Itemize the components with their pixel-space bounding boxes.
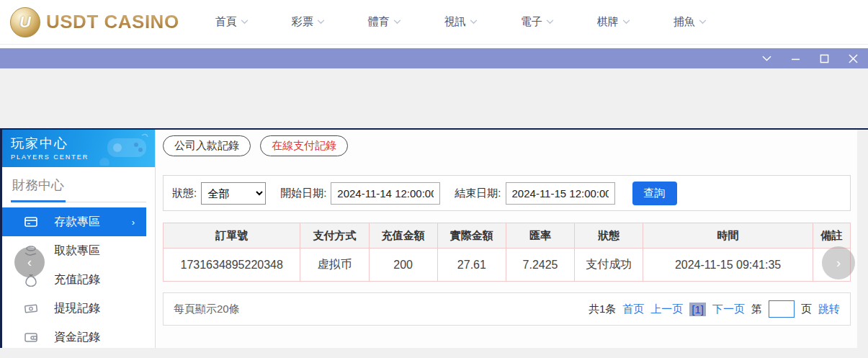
status-select[interactable]: 全部 bbox=[201, 182, 266, 205]
sidebar-section: 財務中心 bbox=[11, 176, 146, 202]
nav-item-chess[interactable]: 棋牌 bbox=[597, 15, 630, 29]
sidebar-item-withdraw-record[interactable]: 提現記錄 bbox=[2, 294, 155, 323]
col-actual-amount: 實際金額 bbox=[437, 223, 506, 249]
nav-label: 首頁 bbox=[215, 15, 237, 29]
nav-item-video[interactable]: 視訊 bbox=[444, 15, 478, 29]
tab-company-deposit-record[interactable]: 公司入款記錄 bbox=[163, 135, 251, 156]
main-nav: 首頁 彩票 體育 視訊 電子 棋牌 捕魚 bbox=[215, 15, 707, 29]
nav-label: 彩票 bbox=[292, 15, 313, 29]
chevron-down-icon bbox=[622, 19, 630, 24]
current-page-indicator: [1] bbox=[689, 303, 706, 316]
nav-item-electronic[interactable]: 電子 bbox=[521, 15, 554, 29]
pagination-bar: 每頁顯示20條 共1条 首页 上一页 [1] 下一页 第 页 跳转 bbox=[163, 292, 851, 326]
col-status: 狀態 bbox=[575, 223, 643, 249]
site-header: U USDT CASINO 首頁 彩票 體育 視訊 電子 棋牌 捕魚 bbox=[0, 0, 868, 45]
cell-recharge-amount: 200 bbox=[369, 249, 437, 282]
first-page-link[interactable]: 首页 bbox=[622, 303, 644, 316]
status-label: 狀態: bbox=[172, 187, 197, 200]
window-maximize-icon[interactable] bbox=[820, 54, 829, 63]
nav-item-fishing[interactable]: 捕魚 bbox=[674, 15, 707, 29]
start-date-input[interactable] bbox=[331, 182, 440, 205]
chevron-right-icon: › bbox=[132, 217, 135, 228]
cell-payment-method: 虚拟币 bbox=[300, 249, 369, 282]
cell-actual-amount: 27.61 bbox=[437, 249, 506, 282]
tab-online-payment-record[interactable]: 在線支付記錄 bbox=[260, 135, 348, 156]
nav-label: 電子 bbox=[521, 15, 542, 29]
col-recharge-amount: 充值金額 bbox=[369, 223, 437, 249]
sidebar-section-title: 財務中心 bbox=[11, 176, 66, 202]
record-tabs: 公司入款記錄 在線支付記錄 bbox=[163, 135, 851, 156]
sidebar: 玩家中心 PLAYERS CENTER 財務中心 存款專區 › bbox=[0, 130, 156, 348]
sidebar-item-label: 資金記錄 bbox=[54, 330, 100, 345]
cell-order-number: 1731634895220348 bbox=[164, 249, 300, 282]
logo-text: USDT CASINO bbox=[46, 11, 179, 33]
chevron-down-icon bbox=[317, 19, 325, 24]
cell-exchange-rate: 7.2425 bbox=[506, 249, 574, 282]
window-close-icon[interactable] bbox=[849, 54, 858, 63]
logo-ball-icon: U bbox=[10, 7, 40, 37]
jump-prefix-text: 第 bbox=[751, 303, 762, 316]
jump-link[interactable]: 跳转 bbox=[818, 303, 840, 316]
col-time: 時間 bbox=[643, 223, 813, 249]
chevron-left-icon: ‹ bbox=[27, 255, 32, 270]
cell-time: 2024-11-15 09:41:35 bbox=[643, 249, 813, 282]
col-payment-method: 支付方式 bbox=[300, 223, 369, 249]
table-row: 1731634895220348 虚拟币 200 27.61 7.2425 支付… bbox=[164, 249, 851, 282]
jump-page-input[interactable] bbox=[769, 300, 795, 318]
nav-item-lottery[interactable]: 彩票 bbox=[292, 15, 325, 29]
deposit-card-icon bbox=[24, 215, 38, 229]
records-table: 訂單號 支付方式 充值金額 實際金額 匯率 狀態 時間 備註 173163489… bbox=[163, 223, 851, 282]
table-header-row: 訂單號 支付方式 充值金額 實際金額 匯率 狀態 時間 備註 bbox=[164, 223, 851, 249]
main-panel: 公司入款記錄 在線支付記錄 狀態: 全部 開始日期: 結束日期: 查詢 訂單號 bbox=[156, 130, 857, 348]
sidebar-item-label: 充值記錄 bbox=[54, 272, 100, 287]
collapse-left-arrow[interactable]: ‹ bbox=[14, 247, 45, 277]
site-logo[interactable]: U USDT CASINO bbox=[10, 7, 179, 37]
nav-item-home[interactable]: 首頁 bbox=[215, 15, 249, 29]
chevron-down-icon bbox=[393, 19, 401, 24]
player-center-window: 玩家中心 PLAYERS CENTER 財務中心 存款專區 › bbox=[0, 128, 868, 348]
end-date-label: 結束日期: bbox=[455, 187, 501, 200]
collapse-right-arrow[interactable]: › bbox=[822, 246, 855, 279]
sidebar-menu: 存款專區 › 取款專區 充值記錄 提現記錄 bbox=[2, 207, 155, 352]
pagination-controls: 共1条 首页 上一页 [1] 下一页 第 页 跳转 bbox=[589, 300, 840, 318]
sidebar-item-label: 取款專區 bbox=[54, 243, 100, 259]
col-exchange-rate: 匯率 bbox=[506, 223, 574, 249]
chevron-down-icon bbox=[241, 19, 249, 24]
banknote-icon bbox=[24, 301, 38, 316]
jump-suffix-text: 页 bbox=[801, 303, 812, 316]
sidebar-item-label: 存款專區 bbox=[54, 215, 100, 230]
chevron-down-icon bbox=[699, 19, 707, 24]
sidebar-item-label: 提現記錄 bbox=[54, 301, 100, 316]
sidebar-item-funds-record[interactable]: 資金記錄 bbox=[2, 323, 155, 352]
end-date-input[interactable] bbox=[506, 182, 615, 205]
wallet-icon bbox=[24, 330, 38, 344]
query-button[interactable]: 查詢 bbox=[632, 182, 677, 205]
nav-label: 捕魚 bbox=[674, 15, 695, 29]
col-order-number: 訂單號 bbox=[164, 223, 300, 249]
prev-page-link[interactable]: 上一页 bbox=[650, 303, 683, 316]
filter-bar: 狀態: 全部 開始日期: 結束日期: 查詢 bbox=[163, 175, 851, 211]
chevron-right-icon: › bbox=[836, 256, 841, 271]
sidebar-item-deposit-zone[interactable]: 存款專區 › bbox=[2, 207, 146, 236]
total-count-text: 共1条 bbox=[589, 303, 616, 316]
window-minimize-icon[interactable] bbox=[791, 54, 800, 63]
nav-label: 體育 bbox=[368, 15, 390, 29]
nav-label: 視訊 bbox=[444, 15, 466, 29]
next-page-link[interactable]: 下一页 bbox=[712, 303, 745, 316]
logo-monogram: U bbox=[19, 13, 31, 32]
page-size-text: 每頁顯示20條 bbox=[174, 303, 240, 316]
gamepad-icon bbox=[97, 133, 149, 166]
window-collapse-icon[interactable] bbox=[762, 54, 771, 63]
sidebar-header: 玩家中心 PLAYERS CENTER bbox=[2, 130, 155, 167]
chevron-down-icon bbox=[546, 19, 554, 24]
start-date-label: 開始日期: bbox=[280, 187, 326, 200]
cell-status: 支付成功 bbox=[575, 249, 643, 282]
window-titlebar bbox=[0, 48, 868, 68]
nav-label: 棋牌 bbox=[597, 15, 619, 29]
col-remark: 備註 bbox=[813, 223, 850, 249]
nav-item-sports[interactable]: 體育 bbox=[368, 15, 401, 29]
chevron-down-icon bbox=[470, 19, 478, 24]
